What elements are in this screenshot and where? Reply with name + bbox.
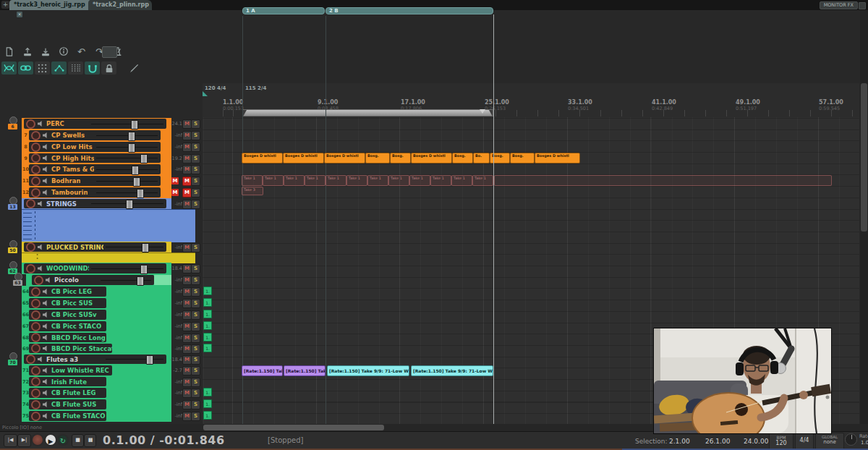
volume-fader[interactable] [91,200,163,208]
solo-button[interactable]: S [191,165,200,174]
solo-button[interactable]: S [191,143,200,152]
track-row[interactable]: 66 CB Picc SUSv -inf M S [22,309,199,320]
media-item-muted[interactable]: Take 1 [472,175,493,186]
solo-button[interactable]: S [191,378,200,387]
track-row[interactable]: 7 CP Swells -inf M S [22,130,199,141]
transport-time-display[interactable]: 0.1.00 / -0:01.846 [103,433,225,447]
solo-button[interactable]: S [191,334,200,343]
record-arm-button[interactable] [26,242,35,252]
fixed-lane-tag[interactable]: 1. [203,411,212,420]
solo-button[interactable]: S [191,276,200,285]
track-name[interactable]: STRINGS [46,200,77,208]
solo-button[interactable]: S [191,131,200,140]
vertical-scrollbar-thumb[interactable] [861,83,867,232]
record-arm-button[interactable] [31,333,41,342]
track-row[interactable]: 9 CP High Hits -19.2 M S [22,153,199,164]
media-item-muted[interactable]: Take 1 [388,175,409,186]
go-to-start-button[interactable]: |◀ [4,434,17,447]
track-row[interactable]: 11 Bodhran M M S [22,175,199,187]
track-row[interactable]: STRINGS -inf M S [22,198,199,209]
solo-button[interactable]: S [191,287,200,297]
grid-lines-icon[interactable] [68,61,83,75]
record-arm-button[interactable] [26,119,35,129]
record-arm-button[interactable] [26,355,35,364]
close-icon[interactable]: ✕ [17,12,22,17]
media-item-muted[interactable]: Take 1 [263,175,284,186]
global-automation-box[interactable]: GLOBAL none [815,433,844,450]
solo-button[interactable]: S [191,299,200,308]
record-arm-button[interactable] [31,143,41,152]
track-row[interactable]: 10 CP Tams & Gongs -inf M S [22,164,199,175]
record-arm-button[interactable] [34,276,43,285]
media-item-muted[interactable]: Take 3 [242,187,263,195]
media-item-muted[interactable]: Take 1 [284,175,305,186]
project-settings-icon[interactable] [56,45,71,58]
media-item-muted-long[interactable] [494,175,832,186]
playrate-knob[interactable] [845,433,857,446]
volume-fader[interactable] [96,166,158,174]
media-item-take[interactable]: [Rate:1.150] Tak [242,365,283,376]
track-row[interactable]: Flutes a3 -18.4 M S [22,354,199,365]
strings-collapsed-children[interactable] [22,209,195,242]
fixed-lane-tag[interactable]: 1. [203,298,212,307]
solo-button[interactable]: S [191,188,200,198]
track-name[interactable]: Flutes a3 [46,356,78,363]
track-name[interactable]: BBCD Picc Long [51,334,106,341]
bpm-value[interactable]: 120 [770,440,793,446]
track-name[interactable]: CP High Hits [51,155,94,162]
media-item[interactable]: Bosges D whistl [324,153,365,164]
track-row[interactable]: 8 CP Low Hits -inf M S [22,141,199,153]
track-row[interactable]: 65 CB Picc SUS -inf M S [22,297,199,309]
track-name[interactable]: Piccolo [54,276,79,284]
track-row[interactable]: 71 Low Whistle REC -2.7 M S [22,365,199,376]
track-name[interactable]: CP Low Hits [51,143,93,150]
record-arm-button[interactable] [31,322,41,331]
media-item-muted[interactable]: Take 1 [346,175,367,186]
new-project-icon[interactable] [1,45,17,58]
playhead[interactable] [493,14,494,424]
solo-button[interactable]: S [191,119,200,129]
volume-fader[interactable] [96,154,158,162]
fixed-lane-tag[interactable]: 1. [203,388,212,396]
record-arm-button[interactable] [31,165,41,174]
media-item-take[interactable]: [Rate:1.150] Take 9/9: 71-Low Whistl... [327,365,409,376]
monitor-fx-extra-button[interactable] [859,2,866,9]
volume-fader[interactable] [106,243,163,251]
plucked-collapsed-children[interactable]: ⁚ [22,252,195,263]
volume-fader[interactable] [96,177,158,185]
region-a[interactable]: 1 A [242,7,325,14]
fixed-lane-tag[interactable]: 1. [203,321,212,330]
screenset-button[interactable] [102,46,117,58]
record-button[interactable] [31,433,44,446]
record-arm-button[interactable] [31,153,41,163]
solo-button[interactable]: S [191,355,200,365]
grid-dots-icon[interactable] [35,61,50,75]
fixed-lane-tag[interactable]: 1. [203,399,212,408]
record-arm-button[interactable] [31,287,41,297]
record-arm-button[interactable] [31,299,41,308]
tab-track2-plinn[interactable]: *track2_plinn.rpp [88,0,152,10]
track-row[interactable]: 12 Tambourin M M S [22,187,199,198]
fixed-lane-tag[interactable]: 1. [203,333,212,341]
media-item[interactable]: Bosg. [452,153,473,164]
track-name[interactable]: WOODWINDS [46,265,89,272]
track-row[interactable]: 64 CB Picc LEG -inf M S [22,286,199,297]
save-project-icon[interactable] [20,45,35,58]
media-item[interactable]: Bo. [473,153,490,164]
media-item[interactable]: Bosges D whistl [283,153,324,164]
record-arm-button[interactable] [31,177,41,186]
track-name[interactable]: CB Flute STACO [51,412,106,420]
pencil-tool-icon[interactable] [127,61,142,75]
solo-button[interactable]: S [191,322,200,331]
tempo-marker-115[interactable]: 115 2/4 [245,85,266,91]
repeat-button[interactable]: ↻ [57,434,69,446]
media-item[interactable]: Bosg. [510,153,535,164]
snap-magnet-icon[interactable] [85,61,100,75]
track-name[interactable]: CP Swells [51,132,85,139]
track-name[interactable]: CB Picc SUS [51,300,93,307]
volume-fader[interactable] [101,276,151,284]
track-row[interactable]: PLUCKED STRINGS -inf M S [22,242,199,252]
track-name[interactable]: Tambourin [51,189,88,196]
volume-fader[interactable] [91,120,163,128]
volume-fader[interactable] [96,143,158,151]
